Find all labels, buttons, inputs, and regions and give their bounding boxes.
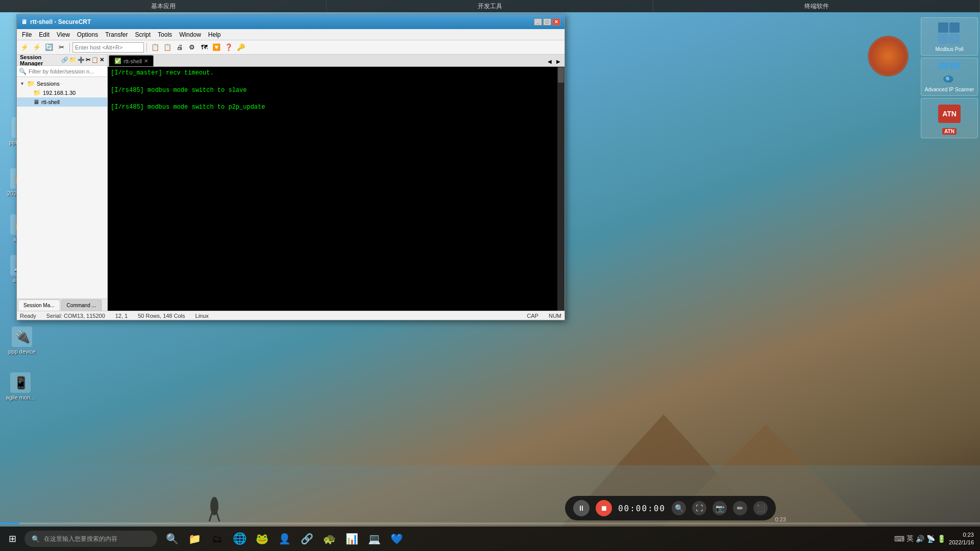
taskbar-app-turtle[interactable]: 🐢 (318, 528, 340, 549)
menu-options[interactable]: Options (74, 30, 101, 39)
window-app-icon: 🖥 (21, 18, 27, 26)
taskbar-app-blue[interactable]: 💙 (386, 528, 407, 549)
session-search-icon: 🔍 (19, 68, 27, 75)
top-taskbar-terminal-software[interactable]: 终端软件 (653, 0, 980, 12)
taskbar-clock[interactable]: 0:23 2022/1/16 (949, 531, 974, 547)
taskbar-app-icons: 🔍 📁 🗂 🌐 🐸 👤 🔗 🐢 📊 💻 💙 (161, 528, 407, 549)
menu-transfer[interactable]: Transfer (102, 30, 131, 39)
terminal-scrollbar[interactable] (557, 67, 565, 311)
advanced-ip-scanner-icon[interactable]: 🔍 Advanced IP Scanner (921, 58, 978, 96)
taskbar-app-chart[interactable]: 📊 (341, 528, 362, 549)
menu-file[interactable]: File (19, 30, 35, 39)
maximize-button[interactable]: □ (543, 18, 551, 26)
session-panel-icon-add[interactable]: ➕ (78, 57, 85, 63)
recording-pause-button[interactable]: ⏸ (573, 500, 590, 516)
ppp-device-label: ppp device (8, 348, 35, 355)
session-panel-icon-new[interactable]: 📁 (69, 57, 77, 63)
tab-rtt-shell-close[interactable]: ✕ (144, 58, 148, 64)
toolbar-filter[interactable]: 🔽 (211, 42, 222, 53)
session-panel-icon-connect[interactable]: 🔗 (61, 57, 68, 63)
tab-bar: ✅ rtt-shell ✕ ◀ ▶ (108, 55, 565, 67)
menu-window[interactable]: Window (176, 30, 204, 39)
host-input[interactable] (72, 42, 144, 53)
taskbar-app-vscode[interactable]: 💻 (363, 528, 385, 549)
ppp-device-icon: 🔌 (12, 327, 32, 347)
terminal-container: ✅ rtt-shell ✕ ◀ ▶ [I/rtu_master] recv ti… (108, 55, 565, 311)
taskbar-icon-speaker[interactable]: 🔊 (916, 535, 924, 543)
top-taskbar-dev-tools[interactable]: 开发工具 (327, 0, 653, 12)
session-panel-close[interactable]: ✕ (100, 57, 104, 63)
toolbar-map[interactable]: 🗺 (199, 42, 210, 53)
toolbar-reconnect[interactable]: 🔄 (43, 42, 55, 53)
sessions-root[interactable]: ▼ 📁 Sessions (17, 79, 107, 88)
session-192-168-1-30[interactable]: 📁 192.168.1.30 (17, 88, 107, 97)
minimize-button[interactable]: _ (534, 18, 542, 26)
taskbar-app-folders[interactable]: 📁 (184, 528, 205, 549)
toolbar-connect[interactable]: ⚡ (19, 42, 30, 53)
status-bar: Ready Serial: COM13, 115200 12, 1 50 Row… (17, 311, 565, 320)
status-os: Linux (195, 313, 209, 319)
taskbar-app-user[interactable]: 👤 (274, 528, 295, 549)
recording-timer: 00:00:00 (618, 504, 666, 513)
toolbar-copy[interactable]: 📋 (150, 42, 161, 53)
toolbar-disconnect[interactable]: ✂ (56, 42, 67, 53)
toolbar: ⚡ ⚡ 🔄 ✂ 📋 📋 🖨 ⚙ 🗺 🔽 ❓ 🔑 (17, 40, 565, 55)
top-taskbar-basic-apps[interactable]: 基本应用 (0, 0, 327, 12)
session-rtt-shell[interactable]: 🖥 rtt-shell (17, 97, 107, 107)
toolbar-quick-connect[interactable]: ⚡ (31, 42, 42, 53)
toolbar-paste[interactable]: 📋 (162, 42, 173, 53)
session-panel-icon-cut[interactable]: ✂ (86, 57, 90, 63)
session-panel-icon-copy[interactable]: 📋 (91, 57, 99, 63)
sun-effect (868, 36, 909, 77)
session-search-input[interactable] (29, 68, 105, 74)
bottom-tab-command[interactable]: Command ... (61, 299, 102, 311)
windows-search[interactable]: 🔍 在这里输入您要搜索的内容 (24, 531, 157, 547)
tab-next-btn[interactable]: ▶ (554, 56, 562, 66)
terminal-line-3: [I/rs485] modbus mode switch to slave (111, 86, 561, 95)
close-button[interactable]: ✕ (552, 18, 560, 26)
desktop-icon-agile-mon[interactable]: 📱 agile mon... (3, 372, 38, 400)
toolbar-key[interactable]: 🔑 (235, 42, 247, 53)
desktop-icon-ppp-device[interactable]: 🔌 ppp device (4, 327, 40, 355)
taskbar-icon-battery[interactable]: 🔋 (937, 535, 946, 543)
session-manager-title: Session Manager (20, 55, 61, 66)
taskbar-icon-network[interactable]: 📡 (926, 535, 935, 543)
bottom-tab-session-manager[interactable]: Session Ma... (18, 299, 60, 311)
session-ip-label: 192.168.1.30 (43, 90, 104, 96)
menu-edit[interactable]: Edit (36, 30, 53, 39)
recording-camera-btn[interactable]: 📷 (713, 501, 727, 515)
taskbar-icon-lang[interactable]: 英 (906, 534, 914, 543)
taskbar-app-search[interactable]: 🔍 (161, 528, 183, 549)
atn-img: ATN (937, 102, 962, 126)
session-manager-panel: Session Manager 🔗 📁 ➕ ✂ 📋 ✕ 🔍 (17, 55, 108, 311)
taskbar-icon-keyboard[interactable]: ⌨ (894, 535, 904, 543)
recording-search-btn[interactable]: 🔍 (672, 501, 686, 515)
recording-expand-btn[interactable]: ⛶ (692, 501, 706, 515)
atn-icon[interactable]: ATN ATN (921, 98, 978, 138)
terminal-area[interactable]: [I/rtu_master] recv timeout. [I/rs485] m… (108, 67, 565, 311)
taskbar-app-browser[interactable]: 🌐 (229, 528, 250, 549)
taskbar-time: 0:23 (949, 531, 974, 539)
tab-rtt-shell[interactable]: ✅ rtt-shell ✕ (109, 55, 154, 66)
recording-stop-button[interactable]: ⏹ (596, 500, 612, 516)
taskbar-app-link[interactable]: 🔗 (296, 528, 317, 549)
terminal-line-2 (111, 78, 561, 86)
modbus-poll-icon[interactable]: Modbus Poll (921, 17, 978, 56)
agile-mon-icon: 📱 (10, 372, 31, 393)
taskbar-app-frog[interactable]: 🐸 (251, 528, 273, 549)
start-button[interactable]: ⊞ (0, 527, 24, 551)
menu-tools[interactable]: Tools (155, 30, 175, 39)
menu-help[interactable]: Help (205, 30, 224, 39)
session-panel-header-icons: 🔗 📁 ➕ ✂ 📋 ✕ (61, 57, 104, 63)
recording-stop-icon-btn[interactable]: ⬛ (753, 501, 768, 515)
session-search[interactable]: 🔍 (17, 66, 107, 77)
toolbar-settings[interactable]: ⚙ (186, 42, 198, 53)
taskbar-app-store[interactable]: 🗂 (206, 528, 228, 549)
taskbar-right: ⌨ 英 🔊 📡 🔋 0:23 2022/1/16 (894, 531, 980, 547)
menu-view[interactable]: View (54, 30, 73, 39)
toolbar-print[interactable]: 🖨 (174, 42, 185, 53)
toolbar-help[interactable]: ❓ (223, 42, 234, 53)
tab-prev-btn[interactable]: ◀ (546, 56, 554, 66)
recording-pen-btn[interactable]: ✏ (733, 501, 747, 515)
menu-script[interactable]: Script (132, 30, 154, 39)
